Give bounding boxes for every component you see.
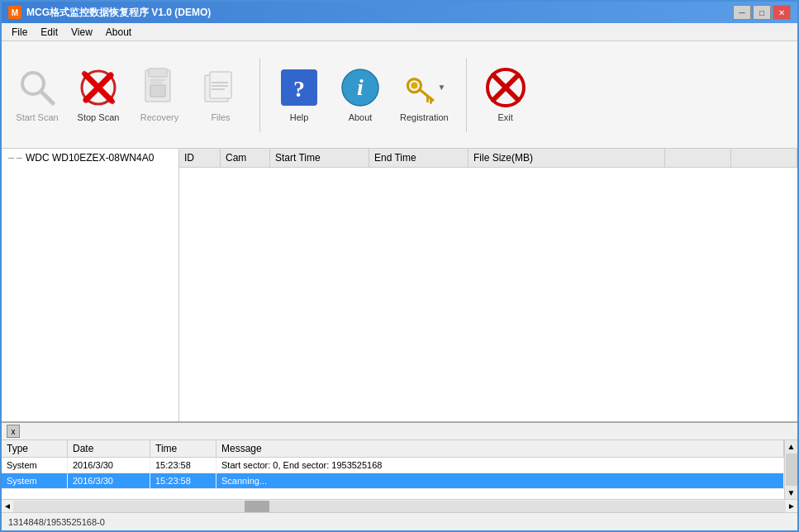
svg-rect-7	[149, 69, 167, 77]
recovery-button[interactable]: Recovery	[131, 50, 188, 140]
log-table-header: Type Date Time Message	[2, 440, 784, 458]
menu-edit[interactable]: Edit	[34, 25, 64, 40]
log-panel: x Type Date Time Message System 2016/3/3…	[2, 421, 797, 512]
table-header: ID Cam Start Time End Time File Size(MB)	[179, 149, 797, 168]
svg-line-1	[41, 92, 53, 103]
registration-label: Registration	[400, 112, 449, 123]
svg-point-24	[411, 82, 418, 88]
log-col-date: Date	[68, 440, 150, 457]
scroll-thumb[interactable]	[786, 454, 797, 486]
log-row-selected[interactable]: System 2016/3/30 15:23:58 Scanning...	[2, 473, 784, 489]
toolbar: Start Scan Stop Scan	[2, 41, 797, 149]
file-table-panel: ID Cam Start Time End Time File Size(MB)	[179, 149, 797, 421]
log-table: Type Date Time Message System 2016/3/30 …	[2, 440, 784, 499]
minimize-button[interactable]: ─	[733, 5, 751, 20]
menu-about[interactable]: About	[99, 25, 138, 40]
registration-button[interactable]: ▼ Registration	[392, 50, 456, 140]
log-col-type: Type	[2, 440, 68, 457]
status-bar: 1314848/1953525168-0	[2, 512, 797, 530]
about-button[interactable]: i About	[331, 50, 389, 140]
log-time: 15:23:58	[150, 473, 216, 488]
log-type: System	[2, 473, 68, 488]
log-message: Scanning...	[216, 473, 784, 488]
horizontal-scrollbar[interactable]: ◄ ►	[2, 499, 797, 512]
exit-icon	[484, 66, 527, 109]
drive-tree-item[interactable]: ─ ─ WDC WD10EZEX-08WN4A0	[2, 149, 178, 167]
col-end-time: End Time	[369, 149, 468, 167]
stop-scan-icon	[77, 66, 120, 109]
exit-label: Exit	[498, 112, 513, 123]
log-message: Start sector: 0, End sector: 1953525168	[216, 458, 784, 473]
log-scrollbar[interactable]: ▲ ▼	[784, 440, 797, 499]
menu-file[interactable]: File	[5, 25, 34, 40]
drive-tree-panel: ─ ─ WDC WD10EZEX-08WN4A0	[2, 149, 179, 421]
start-scan-label: Start Scan	[16, 112, 58, 123]
window-controls: ─ □ ✕	[733, 5, 791, 20]
status-text: 1314848/1953525168-0	[8, 517, 105, 527]
help-icon: ?	[278, 66, 321, 109]
h-scroll-thumb[interactable]	[245, 501, 269, 512]
log-area: Type Date Time Message System 2016/3/30 …	[2, 440, 797, 499]
tree-expand-icon: ─ ─	[8, 154, 22, 163]
svg-text:i: i	[357, 74, 364, 100]
svg-text:?: ?	[293, 76, 305, 102]
help-button[interactable]: ? Help	[270, 50, 328, 140]
main-content: ─ ─ WDC WD10EZEX-08WN4A0 ID Cam Start Ti…	[2, 149, 797, 421]
table-body[interactable]	[179, 168, 797, 421]
stop-scan-label: Stop Scan	[78, 112, 120, 123]
log-col-time: Time	[150, 440, 216, 457]
log-close-button[interactable]: x	[7, 425, 20, 438]
about-icon: i	[339, 66, 382, 109]
svg-rect-8	[150, 85, 165, 97]
title-bar: M MCG格式监控数据恢复程序 V1.0 (DEMO) ─ □ ✕	[2, 2, 797, 23]
files-button[interactable]: Files	[192, 50, 250, 140]
col-id: ID	[179, 149, 221, 167]
svg-rect-15	[212, 88, 225, 90]
scroll-up-arrow[interactable]: ▲	[786, 440, 797, 453]
col-extra1	[665, 149, 731, 167]
recovery-label: Recovery	[140, 112, 178, 123]
menu-view[interactable]: View	[64, 25, 99, 40]
log-date: 2016/3/30	[68, 473, 150, 488]
stop-scan-button[interactable]: Stop Scan	[69, 50, 127, 140]
recovery-icon	[138, 66, 181, 109]
window-title: MCG格式监控数据恢复程序 V1.0 (DEMO)	[26, 6, 211, 20]
main-window: M MCG格式监控数据恢复程序 V1.0 (DEMO) ─ □ ✕ File E…	[0, 0, 799, 532]
toolbar-separator-1	[259, 58, 260, 132]
start-scan-icon	[16, 66, 59, 109]
files-icon	[199, 66, 242, 109]
scroll-right-arrow[interactable]: ►	[786, 500, 797, 512]
help-label: Help	[290, 112, 309, 123]
scroll-left-arrow[interactable]: ◄	[2, 500, 13, 512]
col-start-time: Start Time	[270, 149, 369, 167]
col-file-size: File Size(MB)	[468, 149, 665, 167]
registration-dropdown-arrow[interactable]: ▼	[437, 83, 445, 92]
menu-bar: File Edit View About	[2, 23, 797, 41]
restore-button[interactable]: □	[753, 5, 771, 20]
app-icon: M	[8, 6, 21, 19]
drive-label: WDC WD10EZEX-08WN4A0	[26, 152, 154, 164]
log-col-message: Message	[216, 440, 784, 457]
toolbar-separator-2	[466, 58, 467, 132]
log-header: x	[2, 423, 797, 440]
log-row[interactable]: System 2016/3/30 15:23:58 Start sector: …	[2, 458, 784, 473]
col-extra2	[731, 149, 797, 167]
svg-rect-14	[212, 85, 228, 87]
start-scan-button[interactable]: Start Scan	[8, 50, 66, 140]
registration-icon: ▼	[402, 66, 445, 109]
h-scroll-track[interactable]	[13, 501, 786, 512]
col-cam: Cam	[221, 149, 270, 167]
scroll-down-arrow[interactable]: ▼	[786, 487, 797, 499]
log-type: System	[2, 458, 68, 473]
exit-button[interactable]: Exit	[477, 50, 535, 140]
log-date: 2016/3/30	[68, 458, 150, 473]
log-time: 15:23:58	[150, 458, 216, 473]
close-button[interactable]: ✕	[773, 5, 791, 20]
files-label: Files	[211, 112, 230, 123]
svg-rect-13	[212, 82, 228, 83]
about-label: About	[349, 112, 373, 123]
